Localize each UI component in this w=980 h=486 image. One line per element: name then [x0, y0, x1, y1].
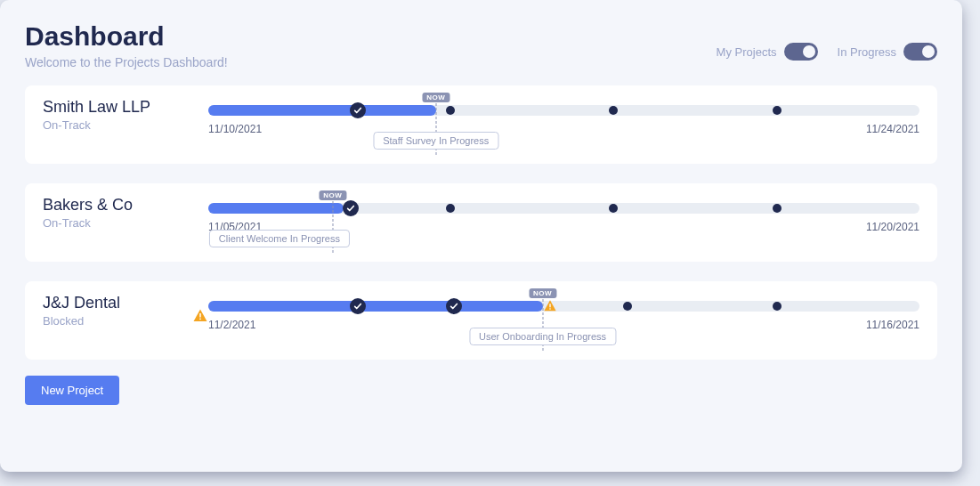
toggle-my-projects-label: My Projects	[717, 45, 777, 59]
milestone-dot	[609, 204, 618, 213]
project-card[interactable]: Bakers & CoOn-TrackNOW11/05/202111/20/20…	[25, 183, 937, 262]
svg-rect-3	[549, 308, 550, 309]
now-indicator-tag: NOW	[319, 190, 346, 200]
check-icon	[350, 298, 366, 314]
header: Dashboard Welcome to the Projects Dashbo…	[25, 21, 937, 69]
toggle-knob	[922, 45, 935, 58]
project-timeline: NOW11/2/202111/16/2021User Onboarding In…	[208, 294, 919, 331]
warning-icon	[543, 299, 557, 313]
toggle-in-progress[interactable]	[903, 43, 937, 61]
toggle-in-progress-label: In Progress	[838, 45, 896, 59]
milestone-dot	[623, 302, 632, 311]
project-status: On-Track	[43, 216, 208, 230]
dashboard-page: Dashboard Welcome to the Projects Dashbo…	[0, 0, 962, 472]
check-icon	[446, 298, 462, 314]
project-card-left: Smith Law LLPOn-Track	[43, 98, 208, 132]
current-task-pill: Staff Survey In Progress	[373, 132, 498, 150]
page-title: Dashboard	[25, 21, 228, 52]
project-name: Smith Law LLP	[43, 98, 208, 117]
page-subtitle: Welcome to the Projects Dashboard!	[25, 55, 228, 69]
header-toggles: My Projects In Progress	[717, 43, 937, 61]
timeline-fill	[208, 301, 543, 312]
svg-rect-2	[549, 304, 550, 307]
current-task-pill: Client Welcome In Progress	[209, 230, 350, 247]
milestone-dot	[773, 106, 782, 115]
toggle-in-progress-wrap: In Progress	[838, 43, 937, 61]
current-task-pill: User Onboarding In Progress	[469, 328, 616, 345]
warning-icon	[192, 308, 208, 324]
milestone-dot	[446, 204, 455, 213]
project-card-left: J&J DentalBlocked	[43, 294, 208, 328]
project-name: J&J Dental	[43, 294, 192, 312]
start-date: 11/10/2021	[208, 123, 262, 135]
project-name-block: Smith Law LLPOn-Track	[43, 98, 208, 132]
toggle-my-projects[interactable]	[784, 43, 818, 61]
header-left: Dashboard Welcome to the Projects Dashbo…	[25, 21, 228, 69]
project-timeline: NOW11/10/202111/24/2021Staff Survey In P…	[208, 98, 919, 135]
end-date: 11/24/2021	[866, 123, 919, 135]
project-status: On-Track	[43, 118, 208, 132]
timeline-track: NOW	[208, 105, 919, 116]
toggle-my-projects-wrap: My Projects	[717, 43, 818, 61]
svg-rect-1	[199, 319, 201, 320]
end-date: 11/16/2021	[866, 319, 919, 331]
toggle-knob	[803, 45, 815, 58]
project-timeline: NOW11/05/202111/20/2021Client Welcome In…	[208, 196, 919, 233]
milestone-dot	[773, 204, 782, 213]
project-list: Smith Law LLPOn-TrackNOW11/10/202111/24/…	[25, 85, 937, 360]
milestone-dot	[609, 106, 618, 115]
start-date: 11/2/2021	[208, 319, 255, 331]
timeline-dates: 11/10/202111/24/2021	[208, 123, 919, 135]
timeline-track: NOW	[208, 203, 919, 214]
svg-rect-0	[199, 313, 201, 318]
check-icon	[350, 102, 366, 118]
new-project-button[interactable]: New Project	[25, 376, 119, 405]
project-card[interactable]: Smith Law LLPOn-TrackNOW11/10/202111/24/…	[25, 85, 937, 164]
project-name: Bakers & Co	[43, 196, 208, 215]
milestone-dot	[773, 302, 782, 311]
milestone-dot	[446, 106, 455, 115]
project-status: Blocked	[43, 314, 192, 328]
now-indicator-tag: NOW	[422, 93, 450, 102]
now-indicator-tag: NOW	[529, 288, 556, 298]
project-name-block: J&J DentalBlocked	[43, 294, 192, 328]
project-card[interactable]: J&J DentalBlockedNOW11/2/202111/16/2021U…	[25, 281, 937, 360]
timeline-fill	[208, 203, 344, 214]
timeline-track: NOW	[208, 301, 919, 312]
project-name-block: Bakers & CoOn-Track	[43, 196, 208, 230]
end-date: 11/20/2021	[866, 221, 919, 233]
project-card-left: Bakers & CoOn-Track	[43, 196, 208, 230]
check-icon	[343, 200, 359, 216]
timeline-fill	[208, 105, 436, 116]
